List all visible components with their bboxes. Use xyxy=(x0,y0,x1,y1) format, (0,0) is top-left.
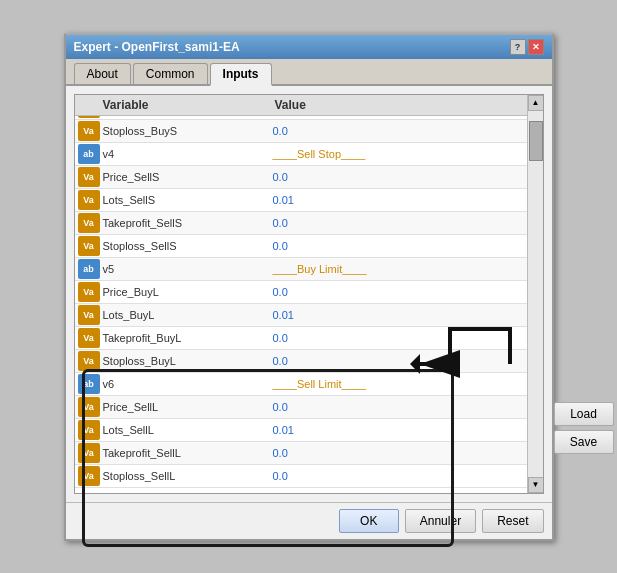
row-variable-value[interactable]: 0.0 xyxy=(273,171,527,183)
row-variable-name: Takeprofit_SellS xyxy=(103,217,273,229)
col-variable-header: Variable xyxy=(75,98,275,112)
row-variable-value[interactable]: 0.01 xyxy=(273,424,527,436)
row-variable-value[interactable]: 0.01 xyxy=(273,309,527,321)
row-variable-name: Stoploss_SellL xyxy=(103,470,273,482)
va-icon: Va xyxy=(78,282,100,302)
row-variable-value[interactable]: 0.0 xyxy=(273,217,527,229)
row-variable-name: Lots_BuyL xyxy=(103,309,273,321)
main-window: Expert - OpenFirst_sami1-EA ? ✕ About Co… xyxy=(64,33,554,541)
row-variable-value[interactable]: 0.01 xyxy=(273,194,527,206)
row-variable-value[interactable]: 0.0 xyxy=(273,125,527,137)
va-icon: Va xyxy=(78,351,100,371)
col-value-header: Value xyxy=(275,98,527,112)
row-variable-name: Price_BuyL xyxy=(103,286,273,298)
row-variable-name: Price_SellL xyxy=(103,401,273,413)
va-icon: Va xyxy=(78,328,100,348)
table-row[interactable]: VaPrice_BuyL0.0 xyxy=(75,281,527,304)
table-row[interactable]: VaLots_BuyL0.01 xyxy=(75,304,527,327)
tab-bar: About Common Inputs xyxy=(66,59,552,86)
va-icon: Va xyxy=(78,167,100,187)
ok-button[interactable]: OK xyxy=(339,509,399,533)
va-icon: Va xyxy=(78,466,100,486)
table-row[interactable]: VaStoploss_BuyS0.0 xyxy=(75,120,527,143)
row-variable-name: v6 xyxy=(103,378,273,390)
va-icon: Va xyxy=(78,116,100,118)
scroll-thumb[interactable] xyxy=(529,121,543,161)
va-icon: Va xyxy=(78,121,100,141)
help-button[interactable]: ? xyxy=(510,39,526,55)
row-variable-name: v4 xyxy=(103,148,273,160)
variables-table: Variable Value VaBreakEvenPips_Sell0.0ab… xyxy=(74,94,544,494)
table-header: Variable Value xyxy=(75,95,527,116)
table-row[interactable]: VaLots_SellS0.01 xyxy=(75,189,527,212)
row-variable-value[interactable]: 0.0 xyxy=(273,470,527,482)
row-variable-name: Lots_SellS xyxy=(103,194,273,206)
scrollbar[interactable]: ▲ ▼ xyxy=(527,95,543,493)
table-row[interactable]: VaStoploss_SellL0.0 xyxy=(75,465,527,488)
close-button[interactable]: ✕ xyxy=(528,39,544,55)
row-variable-name: Stoploss_BuyS xyxy=(103,125,273,137)
row-variable-value[interactable]: 0.0 xyxy=(273,355,527,367)
row-variable-value[interactable]: 0.0 xyxy=(273,401,527,413)
table-row[interactable]: abv5____Buy Limit____ xyxy=(75,258,527,281)
table-body[interactable]: VaBreakEvenPips_Sell0.0abv3____Buy Stop_… xyxy=(75,116,527,488)
row-variable-name: Stoploss_BuyL xyxy=(103,355,273,367)
scroll-down-button[interactable]: ▼ xyxy=(528,477,544,493)
va-icon: Va xyxy=(78,397,100,417)
va-icon: Va xyxy=(78,190,100,210)
row-variable-name: Price_SellS xyxy=(103,171,273,183)
ab-icon: ab xyxy=(78,374,100,394)
va-icon: Va xyxy=(78,236,100,256)
va-icon: Va xyxy=(78,305,100,325)
table-row[interactable]: VaTakeprofit_BuyL0.0 xyxy=(75,327,527,350)
tab-content: Variable Value VaBreakEvenPips_Sell0.0ab… xyxy=(66,86,552,502)
row-variable-value[interactable]: ____Sell Limit____ xyxy=(273,378,527,390)
table-inner: Variable Value VaBreakEvenPips_Sell0.0ab… xyxy=(75,95,527,493)
row-variable-name: v5 xyxy=(103,263,273,275)
window-title: Expert - OpenFirst_sami1-EA xyxy=(74,40,510,54)
row-variable-value[interactable]: 0.0 xyxy=(273,286,527,298)
row-variable-value[interactable]: 0.0 xyxy=(273,240,527,252)
row-variable-value[interactable]: 0.0 xyxy=(273,447,527,459)
bottom-bar: OK Annuler Reset xyxy=(66,502,552,539)
row-variable-value[interactable]: ____Sell Stop____ xyxy=(273,148,527,160)
load-button[interactable]: Load xyxy=(554,402,614,426)
scroll-track[interactable] xyxy=(528,111,543,477)
table-row[interactable]: abv4____Sell Stop____ xyxy=(75,143,527,166)
tab-inputs[interactable]: Inputs xyxy=(210,63,272,86)
row-variable-name: Takeprofit_SellL xyxy=(103,447,273,459)
row-variable-name: Lots_SellL xyxy=(103,424,273,436)
scroll-up-button[interactable]: ▲ xyxy=(528,95,544,111)
row-variable-name: Stoploss_SellS xyxy=(103,240,273,252)
table-row[interactable]: VaTakeprofit_SellS0.0 xyxy=(75,212,527,235)
table-row[interactable]: VaPrice_SellL0.0 xyxy=(75,396,527,419)
titlebar-controls: ? ✕ xyxy=(510,39,544,55)
ab-icon: ab xyxy=(78,259,100,279)
va-icon: Va xyxy=(78,213,100,233)
tab-common[interactable]: Common xyxy=(133,63,208,84)
save-button[interactable]: Save xyxy=(554,430,614,454)
row-variable-value[interactable]: ____Buy Limit____ xyxy=(273,263,527,275)
table-row[interactable]: VaLots_SellL0.01 xyxy=(75,419,527,442)
row-variable-name: Takeprofit_BuyL xyxy=(103,332,273,344)
table-row[interactable]: VaStoploss_SellS0.0 xyxy=(75,235,527,258)
va-icon: Va xyxy=(78,420,100,440)
reset-button[interactable]: Reset xyxy=(482,509,543,533)
ab-icon: ab xyxy=(78,144,100,164)
side-buttons: Load Save xyxy=(554,402,614,454)
annuler-button[interactable]: Annuler xyxy=(405,509,476,533)
row-variable-value[interactable]: 0.0 xyxy=(273,332,527,344)
table-row[interactable]: VaTakeprofit_SellL0.0 xyxy=(75,442,527,465)
content-area: Variable Value VaBreakEvenPips_Sell0.0ab… xyxy=(74,94,544,494)
table-row[interactable]: abv6____Sell Limit____ xyxy=(75,373,527,396)
table-row[interactable]: VaStoploss_BuyL0.0 xyxy=(75,350,527,373)
table-row[interactable]: VaPrice_SellS0.0 xyxy=(75,166,527,189)
titlebar: Expert - OpenFirst_sami1-EA ? ✕ xyxy=(66,35,552,59)
va-icon: Va xyxy=(78,443,100,463)
tab-about[interactable]: About xyxy=(74,63,131,84)
